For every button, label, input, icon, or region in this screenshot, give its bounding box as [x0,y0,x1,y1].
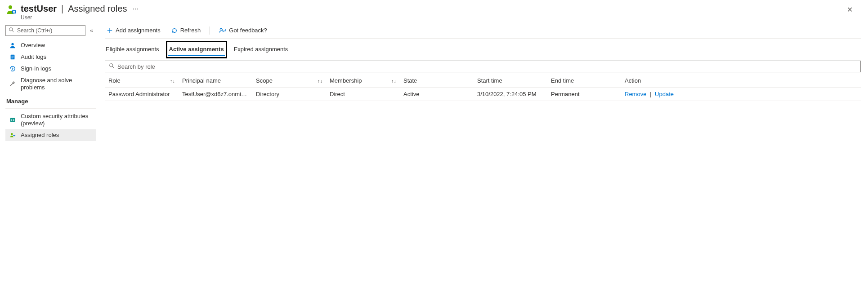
sidebar-item-custom-security-attributes[interactable]: Custom security attributes (preview) [5,110,96,129]
cell-principal: TestUser@xd6z7.onmicrosoft.c... [179,91,252,97]
document-icon [9,53,16,61]
cell-action: Remove | Update [621,91,861,97]
button-label: Refresh [180,27,201,34]
svg-point-20 [110,64,113,67]
svg-line-5 [12,31,13,32]
person-icon [9,42,16,49]
assignment-tabs: Eligible assignments Active assignments … [105,39,861,56]
remove-link[interactable]: Remove [625,91,646,97]
sidebar-item-diagnose[interactable]: Diagnose and solve problems [5,75,96,93]
svg-rect-14 [13,119,14,119]
sidebar-search[interactable] [5,25,85,36]
col-scope[interactable]: Scope ↑↓ [252,77,326,84]
sidebar-item-label: Audit logs [21,53,46,61]
sidebar-item-label: Sign-in logs [21,65,51,72]
tab-eligible-assignments[interactable]: Eligible assignments [105,43,160,56]
signin-icon [9,65,16,72]
sort-icon: ↑↓ [318,78,322,84]
col-start[interactable]: Start time [474,77,547,84]
col-label: Principal name [182,77,221,84]
role-search[interactable] [105,61,861,72]
svg-point-19 [220,28,222,30]
svg-rect-3 [13,12,15,13]
cell-state: Active [400,91,474,97]
refresh-button[interactable]: Refresh [170,26,203,35]
col-membership[interactable]: Membership ↑↓ [326,77,400,84]
col-label: Scope [256,77,273,84]
feedback-icon [219,27,226,34]
action-separator: | [650,91,651,97]
toolbar-separator [210,26,210,35]
col-label: Membership [330,77,362,84]
sort-icon: ↑↓ [391,78,396,84]
svg-rect-13 [11,120,13,121]
table-header: Role ↑↓ Principal name Scope ↑↓ Membersh… [105,74,861,88]
assigned-role-icon [9,132,16,139]
plus-icon [107,27,113,34]
sidebar-item-label: Overview [21,42,45,49]
col-label: Action [625,77,641,84]
assignments-table: Role ↑↓ Principal name Scope ↑↓ Membersh… [105,74,861,101]
svg-rect-11 [10,118,15,122]
cell-start: 3/10/2022, 7:24:05 PM [474,91,547,97]
role-search-input[interactable] [117,63,857,70]
sidebar-item-assigned-roles[interactable]: Assigned roles [5,129,96,141]
sidebar-divider [5,108,96,109]
add-assignments-button[interactable]: Add assignments [105,26,162,35]
col-end[interactable]: End time [547,77,621,84]
update-link[interactable]: Update [655,91,674,97]
col-label: State [403,77,417,84]
sidebar-item-overview[interactable]: Overview [5,40,96,51]
wrench-icon [9,80,16,88]
svg-rect-12 [11,119,13,119]
collapse-sidebar-button[interactable]: « [89,26,94,35]
title-separator: | [61,4,63,14]
sort-icon: ↑↓ [170,78,175,84]
close-button[interactable]: ✕ [843,4,856,16]
sidebar-item-signin-logs[interactable]: Sign-in logs [5,63,96,75]
sidebar-item-audit-logs[interactable]: Audit logs [5,51,96,63]
entity-name: testUser [21,4,57,14]
svg-rect-9 [11,57,13,57]
sidebar: « Overview Audit logs Sign-in logs [0,22,96,141]
cell-end: Permanent [547,91,621,97]
col-principal[interactable]: Principal name [179,77,252,84]
tab-active-assignments[interactable]: Active assignments [168,43,225,56]
cell-scope: Directory [252,91,326,97]
svg-point-16 [11,133,13,135]
col-role[interactable]: Role ↑↓ [105,77,179,84]
sidebar-item-label: Assigned roles [21,132,59,139]
user-icon [6,4,17,15]
sidebar-section-manage: Manage [5,93,96,106]
more-button[interactable]: ··· [130,5,141,13]
svg-rect-10 [11,58,13,58]
refresh-icon [171,27,178,34]
col-label: Role [108,77,121,84]
button-label: Got feedback? [229,27,267,34]
search-icon [9,27,14,34]
table-row[interactable]: Password Administrator TestUser@xd6z7.on… [105,88,861,101]
cell-role: Password Administrator [105,91,179,97]
toolbar: Add assignments Refresh Got feedback? [105,22,861,39]
page-header: testUser | Assigned roles ··· User ✕ [0,0,868,22]
sidebar-item-label: Diagnose and solve problems [21,77,92,91]
svg-rect-2 [13,11,15,12]
sidebar-item-label: Custom security attributes (preview) [21,113,92,127]
svg-point-6 [11,43,13,45]
col-label: End time [551,77,574,84]
col-state[interactable]: State [400,77,474,84]
svg-rect-15 [13,120,14,121]
col-label: Start time [477,77,502,84]
button-label: Add assignments [116,27,161,34]
svg-rect-8 [11,56,13,56]
svg-rect-1 [12,10,16,13]
feedback-button[interactable]: Got feedback? [217,26,269,35]
sidebar-search-input[interactable] [17,27,82,34]
attributes-icon [9,116,16,123]
cell-membership: Direct [326,91,400,97]
tab-expired-assignments[interactable]: Expired assignments [233,43,289,56]
search-icon [109,63,115,70]
svg-line-21 [112,66,114,68]
col-action[interactable]: Action [621,77,861,84]
svg-point-4 [9,28,13,31]
